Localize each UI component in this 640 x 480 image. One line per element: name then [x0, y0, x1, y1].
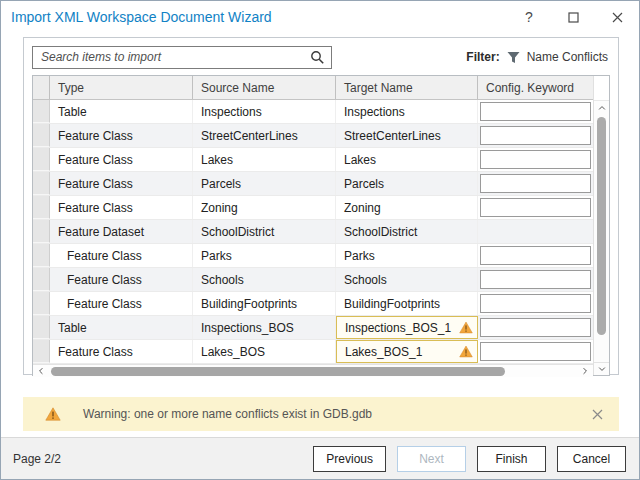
vertical-scrollbar[interactable] [593, 76, 609, 375]
cell-type: Feature Class [50, 148, 193, 171]
next-button[interactable]: Next [397, 446, 466, 472]
row-selector[interactable] [33, 124, 50, 147]
config-keyword-input[interactable] [480, 174, 591, 193]
cell-target[interactable]: Zoning [336, 196, 478, 219]
table-header: Type Source Name Target Name Config. Key… [33, 76, 593, 100]
cell-target-text: Schools [344, 273, 387, 287]
help-button[interactable]: ? [507, 1, 551, 33]
cell-target-text: Inspections [344, 105, 405, 119]
scrollbar-header-spacer [594, 76, 609, 101]
cell-config-keyword [478, 100, 593, 123]
cell-target[interactable]: Parks [336, 244, 478, 267]
config-keyword-input[interactable] [480, 102, 591, 121]
cell-target[interactable]: Inspections [336, 100, 478, 123]
cell-target[interactable]: StreetCenterLines [336, 124, 478, 147]
cell-type: Table [50, 100, 193, 123]
filter-label: Filter: [466, 50, 499, 64]
config-keyword-input[interactable] [480, 150, 591, 169]
conflict-warning-icon [459, 321, 473, 334]
column-header-source-name[interactable]: Source Name [193, 76, 336, 99]
chevron-left-icon [36, 366, 46, 376]
warning-triangle-icon [45, 407, 61, 421]
maximize-button[interactable] [551, 1, 595, 33]
warning-close-button[interactable] [588, 409, 607, 420]
cell-target-text: Lakes [344, 153, 376, 167]
config-keyword-input[interactable] [480, 126, 591, 145]
vertical-scroll-thumb[interactable] [597, 117, 606, 335]
scroll-up-button[interactable] [594, 101, 609, 115]
close-icon [612, 12, 623, 23]
scroll-left-button[interactable] [33, 366, 49, 376]
config-keyword-input[interactable] [480, 198, 591, 217]
table-row: Feature Class StreetCenterLines StreetCe… [33, 124, 593, 148]
cell-config-keyword [478, 292, 593, 315]
horizontal-scroll-track[interactable] [49, 365, 577, 377]
cell-type: Feature Class [50, 268, 193, 291]
horizontal-scroll-thumb[interactable] [51, 367, 505, 376]
cell-type: Feature Class [50, 124, 193, 147]
cell-source: Parks [193, 244, 336, 267]
table-row: Feature Class BuildingFootprints Buildin… [33, 292, 593, 316]
title-bar: Import XML Workspace Document Wizard ? [1, 1, 639, 33]
cell-target[interactable]: BuildingFootprints [336, 292, 478, 315]
cell-target[interactable]: Lakes_BOS_1 [336, 340, 478, 363]
chevron-up-icon [597, 103, 607, 113]
row-selector[interactable] [33, 172, 50, 195]
config-keyword-input[interactable] [480, 318, 591, 337]
cell-target-text: StreetCenterLines [344, 129, 441, 143]
cell-config-keyword [478, 124, 593, 147]
cell-target[interactable]: Parcels [336, 172, 478, 195]
finish-button[interactable]: Finish [477, 446, 546, 472]
config-keyword-input[interactable] [480, 270, 591, 289]
cell-target-text: Zoning [344, 201, 381, 215]
cell-source: BuildingFootprints [193, 292, 336, 315]
scroll-right-button[interactable] [577, 366, 593, 376]
cell-config-keyword [478, 316, 593, 339]
cell-config-keyword [478, 196, 593, 219]
cell-target[interactable]: Lakes [336, 148, 478, 171]
cell-target-text: Parks [344, 249, 375, 263]
table-row: Feature Class Lakes_BOS Lakes_BOS_1 [33, 340, 593, 364]
row-selector[interactable] [33, 220, 50, 243]
row-selector[interactable] [33, 316, 50, 339]
cancel-button[interactable]: Cancel [557, 446, 626, 472]
cell-source: Parcels [193, 172, 336, 195]
filter-funnel-icon[interactable] [506, 50, 521, 65]
cell-type: Feature Class [50, 340, 193, 363]
import-items-table: Type Source Name Target Name Config. Key… [32, 75, 610, 376]
previous-button[interactable]: Previous [313, 446, 386, 472]
cell-target[interactable]: Schools [336, 268, 478, 291]
row-selector[interactable] [33, 148, 50, 171]
row-selector[interactable] [33, 268, 50, 291]
cell-type: Table [50, 316, 193, 339]
config-keyword-input[interactable] [480, 246, 591, 265]
conflict-warning-icon [459, 345, 473, 358]
cell-target-text: SchoolDistrict [344, 225, 417, 239]
config-keyword-input[interactable] [480, 342, 591, 361]
scroll-down-button[interactable] [594, 362, 609, 375]
row-selector[interactable] [33, 340, 50, 363]
column-header-type[interactable]: Type [50, 76, 193, 99]
cell-target-text: BuildingFootprints [344, 297, 440, 311]
row-selector[interactable] [33, 292, 50, 315]
row-selector[interactable] [33, 244, 50, 267]
row-selector[interactable] [33, 100, 50, 123]
cell-source: SchoolDistrict [193, 220, 336, 243]
maximize-icon [568, 12, 579, 23]
cell-target[interactable]: SchoolDistrict [336, 220, 478, 243]
chevron-right-icon [580, 366, 590, 376]
row-selector[interactable] [33, 196, 50, 219]
close-button[interactable] [595, 1, 639, 33]
cell-config-keyword [478, 220, 593, 243]
search-input[interactable] [32, 46, 332, 69]
cell-target[interactable]: Inspections_BOS_1 [336, 316, 478, 339]
cell-source: Schools [193, 268, 336, 291]
column-header-config-keyword[interactable]: Config. Keyword [478, 76, 593, 99]
cell-source: StreetCenterLines [193, 124, 336, 147]
filter-value[interactable]: Name Conflicts [527, 50, 608, 64]
column-header-target-name[interactable]: Target Name [336, 76, 478, 99]
horizontal-scrollbar[interactable] [33, 364, 593, 377]
table-row: Feature Dataset SchoolDistrict SchoolDis… [33, 220, 593, 244]
config-keyword-input[interactable] [480, 294, 591, 313]
vertical-scroll-track[interactable] [594, 115, 609, 362]
